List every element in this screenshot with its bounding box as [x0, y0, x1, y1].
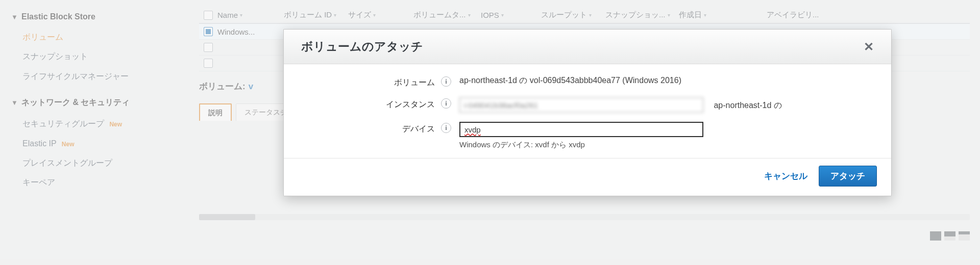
- select-all-checkbox[interactable]: [204, 11, 213, 20]
- col-header-snapshot[interactable]: スナップショッ...▾: [605, 10, 679, 20]
- device-input-value: xvdp: [464, 125, 481, 134]
- sidebar-group-label: Elastic Block Store: [21, 12, 95, 21]
- detail-value: v: [249, 82, 253, 92]
- form-label-device: デバイス: [301, 122, 435, 135]
- modal-header: ボリュームのアタッチ ✕: [284, 30, 891, 64]
- sort-icon: ▾: [501, 12, 504, 18]
- modal-footer: キャンセル アタッチ: [284, 158, 891, 196]
- sidebar-item-elastic-ip[interactable]: Elastic IP New: [11, 134, 143, 153]
- sidebar-item-label: スナップショット: [22, 52, 88, 61]
- device-input[interactable]: xvdp: [459, 122, 703, 137]
- tab-label: 説明: [208, 109, 223, 117]
- sidebar: ▼ Elastic Block Store ボリューム スナップショット ライフ…: [0, 0, 148, 265]
- sort-icon: ▾: [373, 12, 376, 18]
- caret-down-icon: ▼: [11, 13, 17, 21]
- sidebar-item-label: キーペア: [22, 178, 55, 187]
- sidebar-item-lifecycle[interactable]: ライフサイクルマネージャー: [11, 67, 143, 86]
- sort-icon: ▾: [704, 12, 706, 18]
- caret-down-icon: ▼: [11, 99, 17, 107]
- info-icon[interactable]: i: [441, 123, 451, 133]
- instance-suffix-text: ap-northeast-1d の: [714, 100, 781, 111]
- layout-split-icon[interactable]: [944, 231, 955, 241]
- col-header-created[interactable]: 作成日▾: [679, 10, 767, 20]
- modal-body: ボリューム i ap-northeast-1d の vol-069d543abb…: [284, 64, 891, 158]
- row-checkbox[interactable]: [204, 43, 213, 52]
- col-header-label: 作成日: [679, 10, 702, 20]
- col-header-label: ボリュームタ...: [413, 10, 466, 20]
- sort-icon: ▾: [589, 12, 592, 18]
- sort-icon: ▾: [468, 12, 471, 18]
- col-header-label: サイズ: [348, 10, 371, 20]
- sidebar-item-label: セキュリティグループ: [22, 119, 104, 128]
- col-header-size[interactable]: サイズ▾: [348, 10, 413, 20]
- panel-layout-icons: [930, 231, 970, 241]
- info-icon[interactable]: i: [441, 76, 451, 87]
- cell-name: Windows...: [217, 28, 284, 36]
- row-checkbox[interactable]: [204, 59, 213, 68]
- form-row-instance: インスタンス i ap-northeast-1d の: [301, 97, 874, 113]
- col-header-label: スナップショッ...: [605, 10, 666, 20]
- sidebar-item-key-pairs[interactable]: キーペア: [11, 173, 143, 192]
- cancel-button[interactable]: キャンセル: [764, 170, 807, 182]
- form-label-volume: ボリューム: [301, 75, 435, 88]
- sidebar-group-label: ネットワーク & セキュリティ: [21, 97, 130, 108]
- device-hint: Windows のデバイス: xvdf から xvdp: [459, 140, 874, 150]
- col-header-label: Name: [217, 11, 238, 19]
- sidebar-item-label: ライフサイクルマネージャー: [22, 72, 129, 81]
- sort-icon: ▾: [668, 12, 670, 18]
- info-icon[interactable]: i: [441, 98, 451, 109]
- col-header-label: アベイラビリ...: [767, 10, 819, 20]
- form-value-volume: ap-northeast-1d の vol-069d543abbb40ea77 …: [459, 75, 874, 86]
- col-header-name[interactable]: Name▾: [217, 11, 284, 19]
- col-header-throughput[interactable]: スループット▾: [541, 10, 605, 20]
- attach-button[interactable]: アタッチ: [819, 166, 877, 187]
- form-label-instance: インスタンス: [301, 97, 435, 110]
- close-icon[interactable]: ✕: [864, 41, 874, 53]
- modal-title: ボリュームのアタッチ: [301, 39, 423, 55]
- col-header-label: IOPS: [481, 11, 499, 19]
- col-header-iops[interactable]: IOPS▾: [481, 11, 541, 19]
- sidebar-item-label: プレイスメントグループ: [22, 158, 112, 167]
- col-header-label: ボリューム ID: [284, 10, 332, 20]
- sort-icon: ▾: [334, 12, 336, 18]
- table-header-row: Name▾ ボリューム ID▾ サイズ▾ ボリュームタ...▾ IOPS▾ スル…: [199, 7, 970, 24]
- new-badge: New: [109, 121, 122, 128]
- sidebar-item-volumes[interactable]: ボリューム: [11, 28, 143, 47]
- sidebar-group-network[interactable]: ▼ ネットワーク & セキュリティ: [11, 97, 143, 108]
- sort-icon: ▾: [240, 12, 242, 18]
- instance-input[interactable]: [459, 97, 703, 113]
- sidebar-item-snapshots[interactable]: スナップショット: [11, 47, 143, 66]
- sidebar-group-ebs[interactable]: ▼ Elastic Block Store: [11, 12, 143, 21]
- col-header-az[interactable]: アベイラビリ...: [767, 10, 838, 20]
- col-header-volume-id[interactable]: ボリューム ID▾: [284, 10, 348, 20]
- layout-detail-icon[interactable]: [959, 231, 970, 241]
- layout-single-icon[interactable]: [930, 231, 941, 241]
- sidebar-item-placement-groups[interactable]: プレイスメントグループ: [11, 153, 143, 173]
- new-badge: New: [62, 141, 75, 148]
- form-row-device: デバイス i xvdp Windows のデバイス: xvdf から xvdp: [301, 122, 874, 150]
- row-checkbox[interactable]: [204, 27, 213, 36]
- form-row-volume: ボリューム i ap-northeast-1d の vol-069d543abb…: [301, 75, 874, 88]
- col-header-label: スループット: [541, 10, 587, 20]
- sidebar-item-label: Elastic IP: [22, 139, 56, 148]
- attach-volume-modal: ボリュームのアタッチ ✕ ボリューム i ap-northeast-1d の v…: [283, 29, 892, 196]
- col-header-type[interactable]: ボリュームタ...▾: [413, 10, 481, 20]
- horizontal-scrollbar[interactable]: [199, 214, 970, 220]
- sidebar-item-label: ボリューム: [22, 33, 63, 41]
- detail-prefix: ボリューム:: [199, 81, 246, 92]
- tab-description[interactable]: 説明: [199, 103, 232, 121]
- sidebar-item-security-groups[interactable]: セキュリティグループ New: [11, 114, 143, 134]
